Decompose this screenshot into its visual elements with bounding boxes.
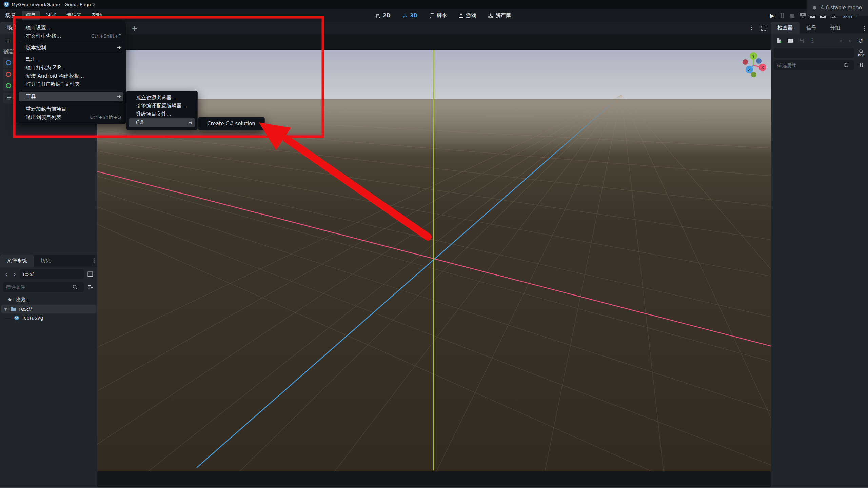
inspector-object-field [774, 48, 854, 58]
path-field[interactable] [20, 269, 84, 279]
save-icon[interactable] [797, 36, 806, 45]
menu-item-tools[interactable]: 工具➜ [19, 92, 123, 101]
title-bar: MyGFrameworkGame - Godot Engine — ✕ [0, 0, 868, 9]
ui-scene-icon [5, 83, 12, 89]
gizmo-y-label: Y [752, 54, 755, 59]
chevron-expanded-icon[interactable]: ▼ [4, 307, 7, 311]
gizmo-y-negative[interactable] [751, 72, 756, 77]
menu-project[interactable]: 项目 [22, 11, 40, 20]
menu-item-find-in-files[interactable]: 在文件中查找...Ctrl+Shift+F [16, 32, 126, 40]
open-docs-icon[interactable]: DOC [856, 48, 866, 58]
nav-back-icon[interactable]: ‹ [3, 269, 10, 279]
gizmo-z-negative[interactable] [756, 58, 762, 64]
tab-history[interactable]: 历史 [34, 255, 58, 267]
tree-row-res[interactable]: ▼ res:// [1, 305, 96, 313]
menu-item-quit-to-list[interactable]: 退出到项目列表Ctrl+Shift+Q [16, 113, 126, 121]
tab-3d[interactable]: 3D [402, 13, 418, 19]
resource-options-icon[interactable]: ⋮ [810, 38, 816, 43]
window-title: MyGFrameworkGame - Godot Engine [12, 2, 95, 7]
history-forward-icon[interactable]: › [846, 36, 853, 45]
menu-separator [20, 103, 122, 103]
menu-item-version-control[interactable]: 版本控制➜ [16, 44, 126, 52]
tab-filesystem[interactable]: 文件系统 [0, 255, 34, 267]
stop-button[interactable] [787, 11, 797, 20]
bell-icon [812, 5, 817, 11]
3d-icon [402, 13, 408, 18]
property-filter-input[interactable] [777, 61, 843, 70]
scene-tabs-menu-icon[interactable]: ⋮ [749, 25, 754, 30]
version-button[interactable]: 4.6.stable.mono [807, 0, 868, 16]
file-filter-box [3, 282, 84, 292]
viewport-3d[interactable]: Y X Z [97, 50, 771, 471]
tab-game[interactable]: 游戏 [458, 12, 476, 19]
tree-row-icon-svg[interactable]: icon.svg [1, 314, 96, 322]
sort-files-icon[interactable] [85, 282, 95, 292]
tree-res-label: res:// [19, 306, 32, 312]
godot-editor-window: MyGFrameworkGame - Godot Engine — ✕ 场景 项… [0, 0, 868, 488]
load-resource-icon[interactable] [786, 36, 794, 45]
favorites-label: 收藏： [15, 297, 31, 303]
csharp-submenu-popup: Create C# solution [198, 117, 265, 130]
menu-scene[interactable]: 场景 [1, 11, 20, 20]
pause-button[interactable] [777, 11, 787, 20]
menu-item-create-csharp-solution[interactable]: Create C# solution [198, 120, 264, 128]
filesystem-dock-tabs: 文件系统 历史 [0, 255, 97, 267]
tab-assetlib[interactable]: 资产库 [488, 12, 511, 19]
play-scene-button[interactable] [797, 11, 808, 20]
submenu-arrow-icon: ➜ [188, 120, 193, 126]
menu-item-reload-project[interactable]: 重新加载当前项目 [16, 105, 126, 113]
edit-history-icon[interactable]: ↺ [856, 36, 865, 45]
nav-forward-icon[interactable]: › [11, 269, 18, 279]
create-root-label: 创建 [3, 48, 13, 55]
2d-icon [375, 13, 380, 18]
menu-item-pack-zip[interactable]: 项目打包为 ZIP... [16, 64, 126, 72]
menu-item-open-user-data[interactable]: 打开 “用户数据” 文件夹 [16, 80, 126, 88]
tools-submenu-popup: 孤立资源浏览器... 引擎编译配置编辑器... 升级项目文件... C#➜ [126, 91, 198, 130]
inspector-dock: 检查器 信号 分组 ⋮ ⋮ ‹ › ↺ DOC [771, 22, 868, 488]
workspace-switcher: 2D 3D 脚本 游戏 资产库 [375, 9, 522, 22]
file-filter-input[interactable] [6, 282, 72, 292]
plus-icon: + [6, 94, 12, 101]
gizmo-z-label: Z [748, 67, 751, 72]
3d-scene-icon [5, 71, 12, 77]
tab-groups[interactable]: 分组 [823, 22, 847, 34]
tab-script[interactable]: 脚本 [429, 12, 447, 19]
submenu-arrow-icon: ➜ [117, 45, 121, 51]
split-view-icon[interactable] [85, 269, 95, 279]
menu-item-csharp[interactable]: C#➜ [129, 118, 195, 127]
filesystem-dock: 文件系统 历史 ⋮ ‹ › ★ 收藏： ▼ res:// [0, 255, 97, 488]
tree-file-label: icon.svg [22, 315, 43, 321]
inspector-dock-tabs: 检查器 信号 分组 [771, 22, 868, 34]
new-resource-icon[interactable] [774, 36, 783, 45]
gizmo-x-label: X [761, 65, 764, 70]
menu-item-orphan-resources[interactable]: 孤立资源浏览器... [126, 94, 197, 102]
menu-item-install-android[interactable]: 安装 Android 构建模板... [16, 72, 126, 80]
play-button[interactable]: ▶ [767, 11, 777, 20]
script-icon [429, 13, 434, 18]
menu-editor[interactable]: 编辑器 [62, 11, 86, 20]
menu-help[interactable]: 帮助 [88, 11, 106, 20]
menu-item-project-settings[interactable]: 项目设置... [16, 24, 126, 32]
assetlib-icon [488, 13, 493, 18]
menu-separator [20, 42, 122, 42]
new-scene-tab-button[interactable]: + [130, 23, 139, 33]
distraction-free-icon[interactable] [759, 24, 768, 32]
add-node-button[interactable]: + [3, 36, 14, 46]
inspector-menu-icon[interactable]: ⋮ [862, 25, 867, 31]
history-back-icon[interactable]: ‹ [837, 36, 845, 45]
gizmo-x-negative[interactable] [743, 59, 748, 65]
filesystem-menu-icon[interactable]: ⋮ [92, 258, 97, 264]
doc-label: DOC [858, 54, 864, 57]
menu-debug[interactable]: 调试 [42, 11, 60, 20]
2d-scene-icon [5, 60, 12, 66]
menu-item-export[interactable]: 导出... [16, 56, 126, 64]
tab-inspector[interactable]: 检查器 [771, 22, 800, 34]
godot-logo-icon [3, 1, 9, 7]
tab-signals[interactable]: 信号 [800, 22, 823, 34]
tab-2d[interactable]: 2D [375, 13, 391, 19]
menu-item-engine-compile-config[interactable]: 引擎编译配置编辑器... [126, 102, 197, 110]
property-tools-icon[interactable] [856, 61, 866, 70]
tree-line [5, 318, 13, 318]
menu-item-upgrade-project-files[interactable]: 升级项目文件... [126, 110, 197, 118]
search-icon [843, 63, 849, 68]
